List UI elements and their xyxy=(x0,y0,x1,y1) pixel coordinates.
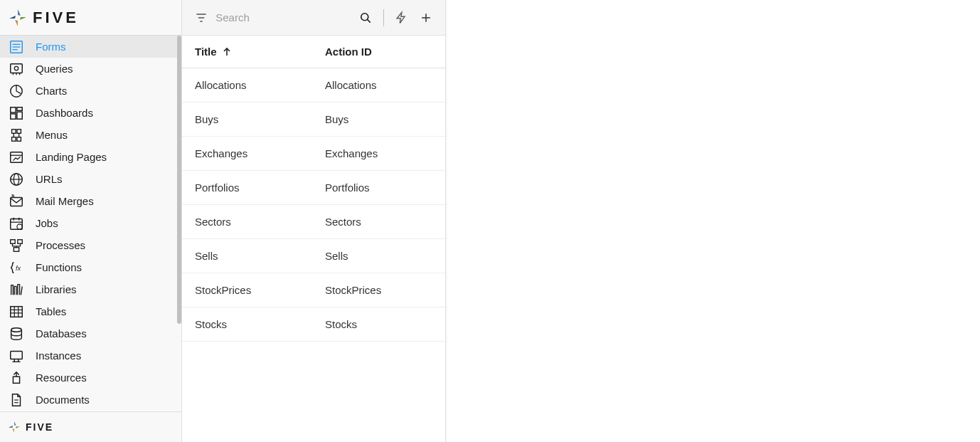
sidebar-item-label: Jobs xyxy=(36,217,58,229)
function-icon xyxy=(7,258,26,277)
sidebar-item-databases[interactable]: Databases xyxy=(0,322,181,344)
sidebar-item-forms[interactable]: Forms xyxy=(0,36,181,58)
table-row[interactable]: BuysBuys xyxy=(182,102,445,137)
cell-title: Allocations xyxy=(195,79,325,91)
sidebar-scrollbar[interactable] xyxy=(177,36,181,324)
sidebar-item-functions[interactable]: Functions xyxy=(0,256,181,278)
sidebar-item-menus[interactable]: Menus xyxy=(0,124,181,146)
menu-icon xyxy=(7,126,26,144)
brand-name-footer: FIVE xyxy=(26,421,53,433)
cell-action-id: Sells xyxy=(325,250,432,262)
library-icon xyxy=(7,280,26,299)
cell-action-id: Exchanges xyxy=(325,147,432,159)
table-row[interactable]: SellsSells xyxy=(182,239,445,273)
sidebar-item-label: Databases xyxy=(36,327,87,340)
column-header-action-id-label: Action ID xyxy=(325,46,372,58)
cell-title: Exchanges xyxy=(195,147,325,159)
filter-button[interactable] xyxy=(191,7,211,28)
sidebar-nav[interactable]: FormsQueriesChartsDashboardsMenusLanding… xyxy=(0,36,181,411)
cell-title: Buys xyxy=(195,113,325,125)
sidebar-footer: FIVE xyxy=(0,411,181,442)
sidebar-item-charts[interactable]: Charts xyxy=(0,80,181,102)
sidebar-item-processes[interactable]: Processes xyxy=(0,234,181,256)
logo-mark-icon xyxy=(7,7,28,28)
table-row[interactable]: AllocationsAllocations xyxy=(182,68,445,102)
sidebar-item-label: Resources xyxy=(36,372,87,384)
sidebar-item-instances[interactable]: Instances xyxy=(0,344,181,367)
sidebar-item-documents[interactable]: Documents xyxy=(0,389,181,411)
cell-title: StockPrices xyxy=(195,284,325,296)
process-icon xyxy=(7,236,26,255)
cell-title: Portfolios xyxy=(195,181,325,194)
sidebar-item-label: Libraries xyxy=(36,283,77,295)
svg-line-4 xyxy=(367,19,370,22)
calendar-icon xyxy=(7,214,26,233)
mail-icon xyxy=(7,192,26,211)
table-body[interactable]: AllocationsAllocationsBuysBuysExchangesE… xyxy=(182,68,445,442)
cell-action-id: Portfolios xyxy=(325,181,432,194)
table-icon xyxy=(7,302,26,321)
sidebar-item-queries[interactable]: Queries xyxy=(0,58,181,80)
cell-title: Sectors xyxy=(195,216,325,228)
sidebar-item-label: Mail Merges xyxy=(36,195,94,207)
sidebar-item-urls[interactable]: URLs xyxy=(0,168,181,190)
globe-icon xyxy=(7,170,26,189)
cell-action-id: StockPrices xyxy=(325,284,432,296)
cell-action-id: Allocations xyxy=(325,79,432,91)
sidebar-item-label: Dashboards xyxy=(36,107,93,119)
sidebar-item-label: URLs xyxy=(36,173,63,185)
cell-title: Sells xyxy=(195,250,325,262)
table-row[interactable]: ExchangesExchanges xyxy=(182,137,445,171)
column-header-title[interactable]: Title xyxy=(195,46,325,58)
resource-icon xyxy=(7,369,26,387)
cell-action-id: Sectors xyxy=(325,216,432,228)
dashboard-icon xyxy=(7,104,26,122)
table-row[interactable]: StocksStocks xyxy=(182,307,445,342)
sidebar-item-resources[interactable]: Resources xyxy=(0,367,181,389)
sidebar-item-mail-merges[interactable]: Mail Merges xyxy=(0,190,181,212)
search-button[interactable] xyxy=(355,7,376,28)
table-row[interactable]: PortfoliosPortfolios xyxy=(182,171,445,205)
sidebar-item-tables[interactable]: Tables xyxy=(0,300,181,322)
sidebar-item-libraries[interactable]: Libraries xyxy=(0,278,181,300)
main-panel: Title Action ID AllocationsAllocationsBu… xyxy=(182,0,446,442)
sidebar-header: FIVE xyxy=(0,0,181,36)
table-header: Title Action ID xyxy=(182,36,445,68)
sidebar-item-jobs[interactable]: Jobs xyxy=(0,212,181,234)
sidebar-item-label: Forms xyxy=(36,41,66,53)
toolbar-divider xyxy=(383,9,384,26)
bolt-button[interactable] xyxy=(390,7,411,28)
query-icon xyxy=(7,60,26,78)
brand-logo[interactable]: FIVE xyxy=(7,7,79,28)
sidebar-item-label: Functions xyxy=(36,261,82,273)
table-row[interactable]: SectorsSectors xyxy=(182,205,445,239)
svg-point-3 xyxy=(361,13,368,20)
instance-icon xyxy=(7,347,26,365)
sidebar-item-label: Menus xyxy=(36,129,68,141)
list-toolbar xyxy=(182,0,445,36)
document-icon xyxy=(7,391,26,409)
brand-logo-footer[interactable]: FIVE xyxy=(7,420,53,434)
logo-mark-icon xyxy=(7,420,21,434)
brand-name: FIVE xyxy=(33,9,79,27)
chart-icon xyxy=(7,82,26,100)
sidebar-item-label: Processes xyxy=(36,239,85,251)
sidebar-item-label: Queries xyxy=(36,63,73,75)
form-icon xyxy=(7,38,26,56)
search-wrap xyxy=(215,9,351,26)
sidebar-item-label: Instances xyxy=(36,349,81,362)
cell-action-id: Buys xyxy=(325,113,432,125)
column-header-title-label: Title xyxy=(195,46,217,58)
sidebar: FIVE FormsQueriesChartsDashboardsMenusLa… xyxy=(0,0,182,442)
column-header-action-id[interactable]: Action ID xyxy=(325,46,432,58)
database-icon xyxy=(7,325,26,343)
sidebar-item-dashboards[interactable]: Dashboards xyxy=(0,102,181,124)
table-row[interactable]: StockPricesStockPrices xyxy=(182,273,445,307)
sidebar-item-label: Documents xyxy=(36,394,90,406)
search-input[interactable] xyxy=(215,9,351,26)
add-button[interactable] xyxy=(416,7,437,28)
sidebar-item-landing-pages[interactable]: Landing Pages xyxy=(0,146,181,168)
sidebar-item-label: Charts xyxy=(36,85,67,97)
cell-action-id: Stocks xyxy=(325,318,432,330)
sort-asc-icon xyxy=(221,46,233,58)
